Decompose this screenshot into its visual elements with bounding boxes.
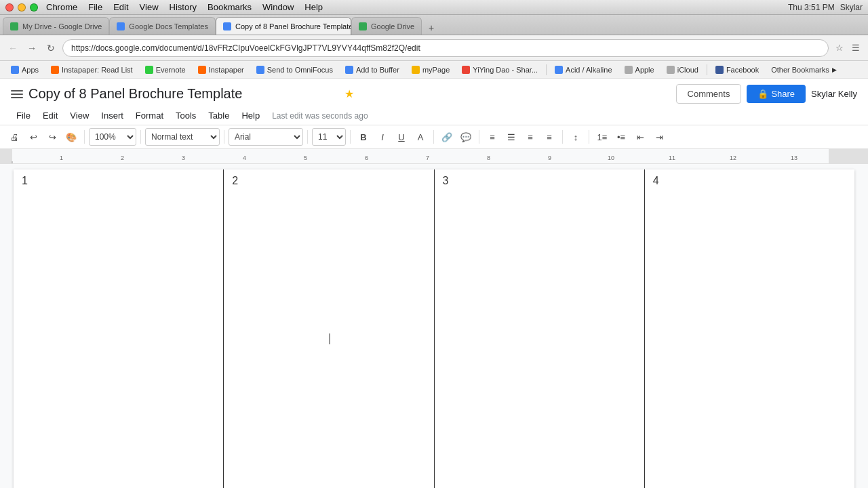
menu-view[interactable]: View bbox=[140, 2, 159, 12]
bookmark-label-2: Evernote bbox=[156, 66, 186, 74]
bookmark-facebook[interactable]: Facebook bbox=[710, 63, 764, 77]
menu-chrome[interactable]: Chrome bbox=[46, 2, 77, 12]
bookmark-icloud[interactable]: iCloud bbox=[661, 63, 704, 77]
bookmark-apple[interactable]: Apple bbox=[619, 63, 660, 77]
forward-button[interactable]: → bbox=[24, 41, 39, 56]
menu-table[interactable]: Table bbox=[203, 108, 235, 123]
back-button[interactable]: ← bbox=[5, 41, 20, 56]
yiying-icon bbox=[462, 66, 470, 74]
menu-format[interactable]: Format bbox=[130, 108, 169, 123]
bookmark-label-7: YiYing Dao - Shar... bbox=[473, 66, 538, 74]
tab-templates[interactable]: Google Docs Templates bbox=[109, 17, 216, 35]
tab-favicon-3 bbox=[223, 22, 231, 30]
link-button[interactable]: 🔗 bbox=[438, 128, 456, 146]
menu-view[interactable]: View bbox=[64, 108, 94, 123]
style-select[interactable]: Normal text Heading 1 Heading 2 bbox=[145, 128, 220, 146]
text-color-button[interactable]: A bbox=[412, 128, 429, 146]
comment-button[interactable]: 💬 bbox=[457, 128, 475, 146]
docs-title[interactable]: Copy of 8 Panel Brochure Template bbox=[28, 86, 339, 102]
menu-file[interactable]: File bbox=[11, 108, 36, 123]
doc-column-4[interactable]: 4 bbox=[645, 169, 854, 488]
menu-edit[interactable]: Edit bbox=[113, 2, 128, 12]
menu-edit[interactable]: Edit bbox=[37, 108, 63, 123]
line-spacing-button[interactable]: ↕ bbox=[567, 128, 585, 146]
numbered-list-button[interactable]: 1≡ bbox=[593, 128, 611, 146]
separator-6 bbox=[433, 130, 434, 144]
bookmark-instapaper[interactable]: Instapaper bbox=[193, 63, 250, 77]
svg-text:3: 3 bbox=[182, 155, 185, 161]
doc-column-2[interactable]: 2 bbox=[224, 169, 434, 488]
maximize-button[interactable] bbox=[30, 3, 38, 12]
bookmark-omnifocus[interactable]: Send to OmniFocus bbox=[251, 63, 338, 77]
font-size-select[interactable]: 11 12 14 bbox=[312, 128, 346, 146]
align-left-button[interactable]: ≡ bbox=[484, 128, 501, 146]
tab-favicon-4 bbox=[359, 22, 367, 30]
bookmark-label-5: Add to Buffer bbox=[356, 66, 399, 74]
doc-column-3[interactable]: 3 bbox=[435, 169, 645, 488]
tab-favicon-2 bbox=[117, 22, 125, 30]
bookmark-apps[interactable]: Apps bbox=[5, 63, 44, 77]
window-controls[interactable] bbox=[5, 3, 38, 12]
docs-star-icon[interactable]: ★ bbox=[344, 87, 354, 100]
bookmark-evernote[interactable]: Evernote bbox=[140, 63, 191, 77]
font-select[interactable]: Arial Times New Roman bbox=[229, 128, 303, 146]
increase-indent-button[interactable]: ⇥ bbox=[650, 128, 668, 146]
align-center-button[interactable]: ☰ bbox=[502, 128, 520, 146]
menu-file[interactable]: File bbox=[88, 2, 102, 12]
tab-favicon-1 bbox=[10, 22, 18, 30]
italic-button[interactable]: I bbox=[374, 128, 391, 146]
col-num-4: 4 bbox=[653, 175, 659, 187]
new-tab-button[interactable]: + bbox=[425, 21, 438, 35]
settings-icon[interactable]: ☰ bbox=[849, 41, 863, 55]
menu-tools[interactable]: Tools bbox=[170, 108, 201, 123]
svg-text:7: 7 bbox=[426, 155, 429, 161]
doc-page[interactable]: 1 2 3 4 bbox=[14, 169, 854, 488]
print-button[interactable]: 🖨 bbox=[5, 128, 23, 146]
instapaper2-icon bbox=[198, 66, 206, 74]
address-input[interactable]: https://docs.google.com/document/d/18vFR… bbox=[62, 39, 829, 57]
tab-label-3: Copy of 8 Panel Brochure Template bbox=[235, 22, 351, 30]
zoom-select[interactable]: 100% 75% 125% bbox=[89, 128, 136, 146]
menu-insert[interactable]: Insert bbox=[96, 108, 129, 123]
svg-text:4: 4 bbox=[243, 155, 246, 161]
docs-hamburger-icon[interactable] bbox=[11, 88, 23, 100]
bookmark-yiying[interactable]: YiYing Dao - Shar... bbox=[456, 63, 543, 77]
tab-brochure[interactable]: Copy of 8 Panel Brochure Template ✕ bbox=[216, 17, 351, 35]
docs-user[interactable]: Skylar Kelly bbox=[811, 89, 857, 99]
share-button[interactable]: 🔒 Share bbox=[747, 85, 806, 103]
address-icons: ☆ ☰ bbox=[833, 41, 863, 55]
redo-button[interactable]: ↪ bbox=[43, 128, 61, 146]
reload-button[interactable]: ↻ bbox=[43, 41, 58, 56]
menu-bookmarks[interactable]: Bookmarks bbox=[208, 2, 252, 12]
bookmark-mypage[interactable]: myPage bbox=[406, 63, 455, 77]
menu-history[interactable]: History bbox=[170, 2, 197, 12]
decrease-indent-button[interactable]: ⇤ bbox=[631, 128, 649, 146]
clock: Thu 3:51 PM bbox=[788, 3, 835, 12]
bookmark-buffer[interactable]: Add to Buffer bbox=[340, 63, 405, 77]
menu-help[interactable]: Help bbox=[236, 108, 265, 123]
tab-label-1: My Drive - Google Drive bbox=[22, 22, 102, 30]
title-bar-right: Thu 3:51 PM Skylar bbox=[788, 3, 863, 12]
doc-column-1[interactable]: 1 bbox=[14, 169, 224, 488]
align-right-button[interactable]: ≡ bbox=[521, 128, 539, 146]
bookmark-other[interactable]: Other Bookmarks ▶ bbox=[766, 63, 842, 77]
bold-button[interactable]: B bbox=[355, 128, 372, 146]
tab-my-drive[interactable]: My Drive - Google Drive bbox=[3, 17, 109, 35]
bookmark-acid[interactable]: Acid / Alkaline bbox=[549, 63, 617, 77]
paint-format-button[interactable]: 🎨 bbox=[62, 128, 80, 146]
menu-help[interactable]: Help bbox=[304, 2, 323, 12]
tab-google-drive[interactable]: Google Drive bbox=[351, 17, 422, 35]
separator-5 bbox=[350, 130, 351, 144]
user-name: Skylar bbox=[840, 3, 863, 12]
minimize-button[interactable] bbox=[18, 3, 26, 12]
bookmark-star-icon[interactable]: ☆ bbox=[833, 41, 846, 55]
underline-button[interactable]: U bbox=[393, 128, 410, 146]
bookmark-instapaper-read[interactable]: Instapaper: Read List bbox=[45, 63, 138, 77]
comments-button[interactable]: Comments bbox=[676, 84, 742, 104]
bullet-list-button[interactable]: •≡ bbox=[612, 128, 630, 146]
menu-window[interactable]: Window bbox=[262, 2, 294, 12]
undo-button[interactable]: ↩ bbox=[24, 128, 42, 146]
svg-text:11: 11 bbox=[669, 155, 675, 161]
align-justify-button[interactable]: ≡ bbox=[540, 128, 558, 146]
close-button[interactable] bbox=[5, 3, 14, 12]
